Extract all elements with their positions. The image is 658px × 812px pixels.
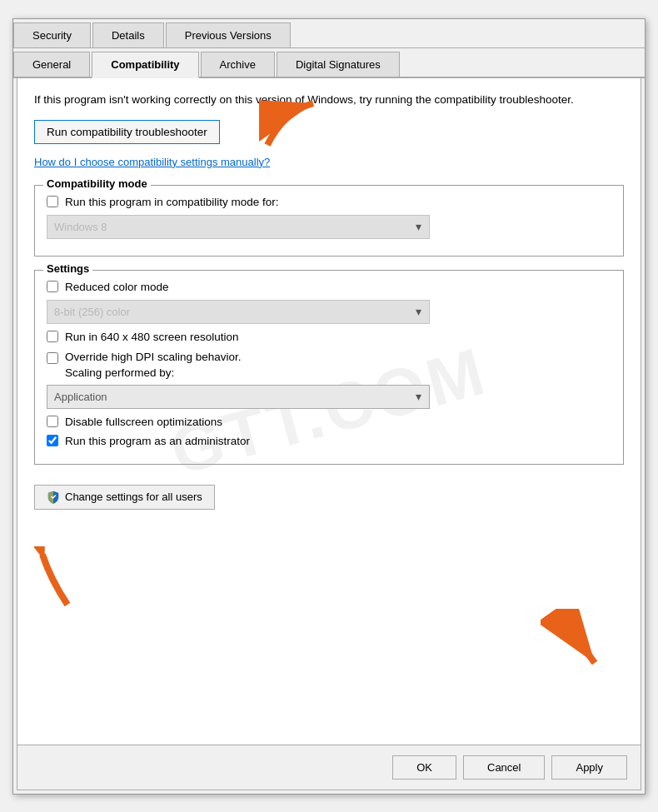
reduced-color-label: Reduced color mode xyxy=(65,281,169,293)
fullscreen-checkbox[interactable] xyxy=(47,416,58,427)
shield-icon xyxy=(47,491,60,504)
compat-mode-checkbox-row: Run this program in compatibility mode f… xyxy=(47,196,611,208)
resolution-row: Run in 640 x 480 screen resolution xyxy=(47,331,611,343)
tab-general[interactable]: General xyxy=(13,52,90,77)
admin-checkbox[interactable] xyxy=(47,435,58,446)
resolution-checkbox[interactable] xyxy=(47,331,58,342)
compat-mode-select-wrapper: Windows 8 Windows 7 Windows Vista Window… xyxy=(47,215,430,239)
scaling-select-wrapper: Application System System (Enhanced) xyxy=(47,385,430,409)
cancel-button[interactable]: Cancel xyxy=(463,755,545,780)
content-area: GTT.COM If this program isn't working co… xyxy=(17,78,641,745)
tab-bar-top: Security Details Previous Versions xyxy=(13,19,645,48)
tab-details[interactable]: Details xyxy=(92,22,164,47)
admin-row: Run this program as an administrator xyxy=(47,435,611,447)
dpi-checkbox[interactable] xyxy=(47,352,58,364)
settings-group: Settings Reduced color mode 8-bit (256) … xyxy=(34,270,624,465)
compat-mode-checkbox[interactable] xyxy=(47,196,58,207)
fullscreen-row: Disable fullscreen optimizations xyxy=(47,416,611,428)
resolution-label: Run in 640 x 480 screen resolution xyxy=(65,331,239,343)
change-settings-label: Change settings for all users xyxy=(65,491,202,503)
intro-text: If this program isn't working correctly … xyxy=(34,92,624,108)
reduced-color-row: Reduced color mode xyxy=(47,281,611,293)
tab-security[interactable]: Security xyxy=(13,22,91,47)
tab-digital-signatures[interactable]: Digital Signatures xyxy=(277,52,400,77)
reduced-color-checkbox[interactable] xyxy=(47,281,58,292)
color-mode-select[interactable]: 8-bit (256) color 16-bit (65536) color xyxy=(47,300,430,324)
tab-archive[interactable]: Archive xyxy=(201,52,275,77)
change-settings-button[interactable]: Change settings for all users xyxy=(34,485,215,510)
compat-mode-select[interactable]: Windows 8 Windows 7 Windows Vista Window… xyxy=(47,215,430,239)
arrow-apply xyxy=(541,609,607,678)
fullscreen-label: Disable fullscreen optimizations xyxy=(65,416,222,428)
arrow-admin xyxy=(34,546,92,615)
tab-bar-bottom: General Compatibility Archive Digital Si… xyxy=(13,48,645,78)
apply-button[interactable]: Apply xyxy=(551,755,627,780)
footer: OK Cancel Apply xyxy=(17,745,641,790)
admin-label: Run this program as an administrator xyxy=(65,435,250,447)
ok-button[interactable]: OK xyxy=(392,755,456,780)
scaling-select[interactable]: Application System System (Enhanced) xyxy=(47,385,430,409)
settings-group-label: Settings xyxy=(43,262,92,275)
compat-mode-checkbox-label: Run this program in compatibility mode f… xyxy=(65,196,279,208)
dialog-window: Security Details Previous Versions Gener… xyxy=(12,18,646,795)
color-mode-select-wrapper: 8-bit (256) color 16-bit (65536) color xyxy=(47,300,430,324)
tab-compatibility[interactable]: Compatibility xyxy=(92,52,198,78)
dpi-label: Override high DPI scaling behavior.Scali… xyxy=(65,350,242,381)
tab-previous-versions[interactable]: Previous Versions xyxy=(166,22,291,47)
run-troubleshooter-button[interactable]: Run compatibility troubleshooter xyxy=(34,120,220,144)
compatibility-mode-group: Compatibility mode Run this program in c… xyxy=(34,185,624,257)
dpi-row: Override high DPI scaling behavior.Scali… xyxy=(47,350,611,381)
compatibility-mode-label: Compatibility mode xyxy=(43,177,151,190)
help-link[interactable]: How do I choose compatibility settings m… xyxy=(34,156,624,168)
